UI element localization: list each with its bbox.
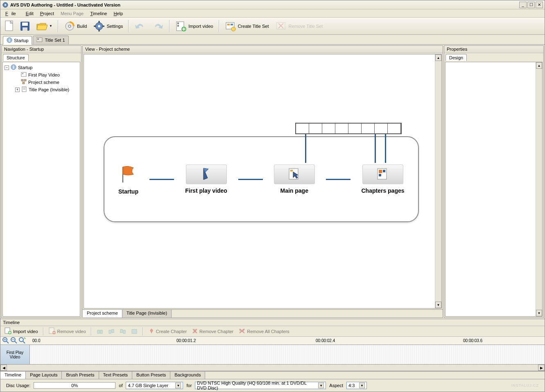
toolbar: ▼ Build Settings Import video Create Tit… [0,18,545,35]
svg-rect-5 [23,27,27,31]
close-button[interactable]: ✕ [536,2,543,8]
track-label: First Play Video [0,345,30,364]
menu-file[interactable]: File [2,10,23,17]
tl-align3[interactable] [118,328,128,335]
flag-icon [118,164,138,185]
structure-tree: − i Startup First Play Video Project sch… [2,62,80,317]
btab-text[interactable]: Text Presets [99,372,133,379]
nav-structure-tab[interactable]: Structure [3,54,29,61]
tree-node-titlepage[interactable]: + Title Page (Invisible) [5,86,78,93]
tl-align2[interactable] [106,328,116,335]
svg-rect-20 [231,24,233,25]
for-label: for [186,383,192,388]
markers-x-icon [238,328,246,335]
svg-rect-19 [227,24,230,25]
menu-project[interactable]: Project [37,10,57,17]
remove-titleset-label: Remove Title Set [289,24,323,29]
svg-rect-57 [132,329,137,333]
tl-remove-chapter-button[interactable]: Remove Chapter [190,327,235,336]
tree-label: Project scheme [28,80,59,85]
view-scrollbar[interactable]: ▲▼ [435,54,441,308]
aspect-value: 4:3 [348,383,357,388]
btab-pagelayouts[interactable]: Page Layouts [26,372,62,379]
disc-size-select[interactable]: 4.7 GB Single Layer▼ [126,382,183,389]
menu-help[interactable]: Help [110,10,126,17]
scheme-chapters: Chapters pages [361,164,404,194]
zoom-out-icon[interactable] [10,337,18,345]
connector-line [149,179,174,180]
scheme-label: Startup [118,188,138,195]
svg-rect-45 [379,174,381,176]
tree-node-firstplay[interactable]: First Play Video [5,71,78,79]
props-design-tab[interactable]: Design [445,54,467,61]
remove-titleset-button[interactable]: Remove Title Set [273,19,326,34]
disc-usage-label: Disc Usage: [6,383,30,388]
scheme-label: Chapters pages [361,187,404,194]
svg-rect-31 [21,79,23,81]
open-button[interactable]: ▼ [33,19,55,34]
view-tab-titlepage[interactable]: Title Page (Invisible) [122,310,172,318]
timeline-track[interactable]: First Play Video [0,345,545,365]
btab-brush[interactable]: Brush Presets [62,372,99,379]
collapse-icon[interactable]: − [5,65,9,70]
tl-align1[interactable] [95,328,105,335]
new-button[interactable] [2,19,17,34]
btab-button[interactable]: Button Presets [132,372,170,379]
tl-create-chapter-button[interactable]: Create Chapter [147,327,188,336]
tl-import-video-button[interactable]: Import video [3,327,40,336]
aspect-select[interactable]: 4:3▼ [346,382,367,389]
tl-remove-video-button[interactable]: Remove video [47,327,88,336]
tree-node-startup[interactable]: − i Startup [5,64,78,71]
create-titleset-icon [225,20,236,32]
new-file-icon [4,20,15,32]
settings-button[interactable]: Settings [90,19,126,34]
quality-select[interactable]: DVD NTSC High Quality (HQ 60/108 min. at… [195,382,326,389]
maximize-button[interactable]: ☐ [527,2,535,8]
timeline-panel: Timeline Import video Remove video Creat… [0,319,545,371]
info-icon: i [11,64,16,71]
scroll-left-icon[interactable]: ◀ [0,365,7,371]
btab-backgrounds[interactable]: Backgrounds [170,372,205,379]
scheme-startup: Startup [118,164,138,195]
timeline-hscroll[interactable]: ◀ ▶ [0,365,545,371]
view-tab-scheme[interactable]: Project scheme [83,310,122,318]
build-button[interactable]: Build [61,19,90,34]
btab-timeline[interactable]: Timeline [0,372,26,379]
scroll-right-icon[interactable]: ▶ [538,365,545,371]
props-scrollbar[interactable]: ▲▼ [536,62,542,316]
zoom-fit-icon[interactable] [18,337,26,345]
svg-rect-4 [22,23,28,26]
tab-startup[interactable]: i Startup [3,36,32,45]
create-titleset-button[interactable]: Create Title Set [222,19,272,34]
expand-icon[interactable]: + [15,88,20,92]
menu-timeline[interactable]: Timeline [87,10,110,17]
redo-button[interactable] [149,19,167,34]
menu-menupage[interactable]: Menu Page [57,10,87,17]
tree-node-scheme[interactable]: Project scheme [5,79,78,86]
build-label: Build [77,24,87,29]
build-icon [64,20,75,32]
track-body[interactable] [30,345,545,364]
timeline-ruler[interactable]: 00.0 00:00:01.2 00:00:02.4 00:00:03.6 [0,337,545,345]
properties-panel: Properties Design ▲▼ [444,45,544,318]
tab-titleset1[interactable]: Title Set 1 [33,36,68,44]
zoom-in-icon[interactable] [2,337,9,345]
svg-rect-52 [100,330,102,333]
chapters-icon [376,167,390,182]
tl-align4[interactable] [129,328,139,335]
undo-button[interactable] [131,19,149,34]
tree-label: Startup [18,65,32,70]
status-bar: Disc Usage: 0% of 4.7 GB Single Layer▼ f… [0,379,545,392]
tree-label: First Play Video [28,72,60,77]
tl-remove-all-chapters-button[interactable]: Remove All Chapters [237,327,291,336]
view-title: View - Project scheme [83,46,443,53]
import-video-button[interactable]: Import video [172,19,216,34]
scheme-icon [21,79,27,86]
dropdown-icon: ▼ [175,383,181,388]
minimize-button[interactable]: _ [519,2,527,8]
save-button[interactable] [18,19,32,34]
window-titlebar: AVS DVD Authoring - Untitled - Unactivat… [0,0,545,9]
menu-edit[interactable]: Edit [23,10,37,17]
timeline-title: Timeline [0,319,545,326]
props-body: ▲▼ [445,62,543,317]
